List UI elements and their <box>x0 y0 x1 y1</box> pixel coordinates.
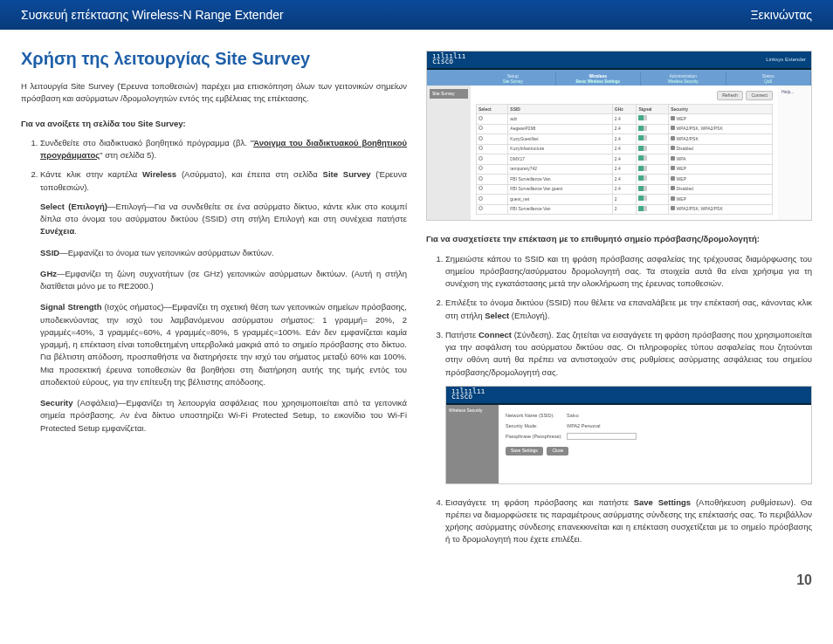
right-column: ıılıılııcisco Linksys Extender SetupSite… <box>426 45 812 553</box>
nav-status: StatusQoS <box>726 72 812 86</box>
figure-site-survey: ıılıılııcisco Linksys Extender SetupSite… <box>426 51 812 221</box>
header-left: Συσκευή επέκτασης Wireless-N Range Exten… <box>21 8 284 22</box>
fig-main: Refresh Connect Select SSID GHz Signal S… <box>471 86 778 221</box>
steps-left: Συνδεθείτε στο διαδικτυακό βοηθητικό πρό… <box>21 137 407 194</box>
table-row: FBI Surveillance Van2.4 WEP <box>477 175 773 185</box>
fig2-header: ıılıılııcisco <box>446 387 811 405</box>
definitions: Select (Επιλογή)—Επιλογή—Για να συνδεθεί… <box>21 201 407 435</box>
def-ssid: SSID—Εμφανίζει το όνομα των γειτονικών α… <box>40 247 407 259</box>
page-content: Χρήση της λειτουργίας Site Survey Η λειτ… <box>0 30 833 569</box>
fig-header: ıılıılııcisco Linksys Extender <box>427 51 811 70</box>
page-title: Χρήση της λειτουργίας Site Survey <box>21 45 407 72</box>
subheading-associate: Για να συσχετίσετε την επέκταση με το επ… <box>426 233 812 245</box>
table-row: adz2.4 WEP <box>477 114 773 125</box>
nav-admin: AdministrationWireless Security <box>641 72 726 86</box>
connect-button: Connect <box>746 91 773 101</box>
fig-title: Linksys Extender <box>766 56 806 64</box>
fig2-main: Network Name (SSID):Salvo Security Mode:… <box>499 405 811 483</box>
fig2-body: Wireless Security Network Name (SSID):Sa… <box>446 405 811 483</box>
table-row: KozyInfastructure2.4 Disabled <box>477 144 773 154</box>
table-row: temporary7422.4 WEP <box>477 164 773 175</box>
close-button: Close <box>547 447 568 456</box>
def-signal: Signal Strength (Ισχύς σήματος)—Εμφανίζε… <box>40 301 407 388</box>
fig-buttons: Refresh Connect <box>476 91 773 101</box>
fig-sidebar: Site Survey <box>427 86 471 221</box>
th-security: Security <box>669 105 773 114</box>
header-right: Ξεκινώντας <box>750 8 812 22</box>
fig-help: Help... <box>778 86 811 221</box>
step-r2: Επιλέξτε το όνομα δικτύου (SSID) που θέλ… <box>445 297 812 322</box>
left-column: Χρήση της λειτουργίας Site Survey Η λειτ… <box>21 45 407 553</box>
subheading-open-survey: Για να ανοίξετε τη σελίδα του Site Surve… <box>21 118 407 130</box>
th-select: Select <box>477 105 508 114</box>
step-1: Συνδεθείτε στο διαδικτυακό βοηθητικό πρό… <box>40 137 407 162</box>
intro-text: Η λειτουργία Site Survey (Έρευνα τοποθεσ… <box>21 80 407 106</box>
fig-body: Site Survey Refresh Connect Select SSID … <box>427 86 811 221</box>
row-ssid: Network Name (SSID):Salvo <box>506 412 804 419</box>
def-select: Select (Επιλογή)—Επιλογή—Για να συνδεθεί… <box>40 201 407 238</box>
save-settings-button: Save Settings <box>506 447 543 456</box>
step-r3: Πατήστε Connect (Σύνδεση). Σας ζητείται … <box>445 329 812 379</box>
table-row: FBI Surveillance Van2 WPA2/PSK, WPA2/PSK <box>477 204 773 215</box>
sidebar-item-sitesurvey: Site Survey <box>430 89 468 99</box>
table-row: DMX172.4 WPA <box>477 154 773 165</box>
passphrase-input <box>567 433 637 440</box>
refresh-button: Refresh <box>717 91 743 101</box>
table-row: guest_net2 WEP <box>477 195 773 205</box>
fig2-buttons: Save Settings Close <box>506 447 804 456</box>
table-row: AegeanP2982.4 WPA2/PSK, WPA2/PSK <box>477 124 773 134</box>
row-passphrase: Passphrase (Passphrase): <box>506 433 804 442</box>
step-2: Κάντε κλικ στην καρτέλα Wireless (Ασύρμα… <box>40 168 407 194</box>
cisco-logo: ıılıılııcisco <box>451 389 485 401</box>
step-r4: Εισαγάγετε τη φράση πρόσβασης και πατήστ… <box>445 497 812 546</box>
nav-wireless: WirelessBasic Wireless Settings <box>556 72 642 86</box>
row-secmode: Security Mode:WPA2 Personal <box>506 422 804 429</box>
survey-table: Select SSID GHz Signal Security adz2.4 W… <box>476 104 773 215</box>
nav-setup: SetupSite Survey <box>471 72 556 86</box>
page-number: 10 <box>0 569 833 597</box>
document-header: Συσκευή επέκτασης Wireless-N Range Exten… <box>0 0 833 30</box>
figure-wireless-security: ıılıılııcisco Wireless Security Network … <box>445 386 812 484</box>
th-ghz: GHz <box>612 105 637 114</box>
th-ssid: SSID <box>508 105 612 114</box>
th-signal: Signal <box>637 105 669 114</box>
fig-nav: SetupSite Survey WirelessBasic Wireless … <box>427 70 811 86</box>
step-r1: Σημειώστε κάπου το SSID και τη φράση πρό… <box>445 253 812 291</box>
table-row: FBI Surveillance Van guest2.4 Disabled <box>477 184 773 195</box>
table-row: KozyGuestNet2.4 WPA2/PSK <box>477 134 773 145</box>
steps-right-cont: Εισαγάγετε τη φράση πρόσβασης και πατήστ… <box>426 497 812 546</box>
def-ghz: GHz—Εμφανίζει τη ζώνη συχνοτήτων (σε GHz… <box>40 268 407 293</box>
steps-right: Σημειώστε κάπου το SSID και τη φράση πρό… <box>426 253 812 379</box>
def-security: Security (Ασφάλεια)—Εμφανίζει τη λειτουρ… <box>40 397 407 435</box>
fig2-sidebar: Wireless Security <box>446 405 499 483</box>
cisco-logo: ıılıılııcisco <box>432 54 466 65</box>
